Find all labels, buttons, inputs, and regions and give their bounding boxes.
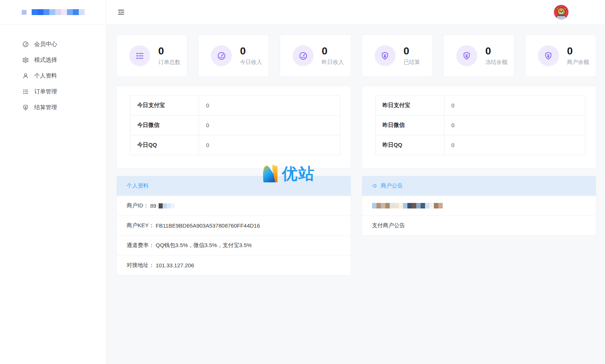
sidebar-menu: 会员中心 模式选择 个人资料 订单管理 结算管理 — [0, 25, 106, 115]
stat-card-merchant-balance: 0 商户余额 — [525, 35, 596, 77]
stat-label: 冻结余额 — [485, 59, 507, 66]
dashboard-content: 0 订单总数 0 今日收入 0 昨日收入 — [106, 25, 605, 364]
field-label: 商户KEY： — [127, 222, 154, 229]
merchant-id-redacted-pixels — [159, 203, 175, 208]
yesterday-stats-card: 昨日支付宝 0 昨日微信 0 昨日QQ 0 — [362, 86, 597, 168]
stat-label: 昨日收入 — [322, 59, 344, 66]
sidebar-item-mode-select[interactable]: 模式选择 — [0, 52, 106, 68]
stats-row: 0 订单总数 0 今日收入 0 昨日收入 — [116, 35, 596, 77]
field-label: 商户ID： — [127, 202, 149, 209]
main-area: 0 订单总数 0 今日收入 0 昨日收入 — [106, 0, 605, 364]
table-row: 今日QQ 0 — [130, 135, 340, 155]
stat-label: 商户余额 — [567, 59, 589, 66]
speaker-icon — [372, 183, 378, 189]
stat-card-today-income: 0 今日收入 — [198, 35, 269, 77]
table-row: 今日微信 0 — [130, 115, 340, 135]
field-label: 通道费率： — [127, 242, 154, 249]
sidebar-item-profile[interactable]: 个人资料 — [0, 68, 106, 84]
app-root: 会员中心 模式选择 个人资料 订单管理 结算管理 — [0, 0, 605, 364]
stat-label: 已结算 — [404, 59, 420, 66]
panel-title: 个人资料 — [127, 182, 149, 189]
sidebar-item-label: 会员中心 — [34, 40, 57, 48]
field-label: 对接地址： — [127, 262, 154, 269]
api-address-value: 101.33.127.206 — [156, 262, 194, 268]
panel-title: 商户公告 — [381, 182, 403, 189]
stat-card-yesterday-income: 0 昨日收入 — [280, 35, 351, 77]
sidebar-item-settlement[interactable]: 结算管理 — [0, 100, 106, 115]
sidebar-item-label: 结算管理 — [34, 104, 57, 111]
yesterday-stats-table: 昨日支付宝 0 昨日微信 0 昨日QQ 0 — [375, 95, 586, 155]
list-item: 商户KEY：FB11BE9BD65A903A537808760FF44D16 — [117, 215, 351, 235]
stat-value: 0 — [485, 46, 507, 56]
brand-logo — [0, 0, 106, 25]
list-item: 通道费率：QQ钱包3.5%，微信3.5%，支付宝3.5% — [117, 235, 351, 255]
gear-icon — [22, 57, 29, 64]
merchant-id-value: 89 — [150, 203, 156, 209]
fold-icon — [117, 8, 125, 16]
sidebar-collapse-button[interactable] — [117, 8, 125, 16]
stat-value: 0 — [567, 46, 589, 56]
merchant-key-value: FB11BE9BD65A903A537808760FF44D16 — [156, 222, 260, 229]
table-row: 昨日QQ 0 — [375, 135, 585, 155]
row-label: 昨日QQ — [375, 135, 444, 155]
row-value: 0 — [444, 96, 585, 115]
user-icon — [22, 72, 29, 79]
sidebar-item-member-center[interactable]: 会员中心 — [0, 36, 106, 52]
stat-value: 0 — [158, 46, 180, 56]
sidebar-item-label: 订单管理 — [34, 88, 57, 96]
channel-rate-value: QQ钱包3.5%，微信3.5%，支付宝3.5% — [156, 242, 252, 249]
row-value: 0 — [199, 115, 340, 135]
ordered-list-icon — [22, 88, 29, 95]
profile-panel: 个人资料 商户ID：89 商户KEY：FB11BE9BD65A903A53780… — [116, 176, 351, 275]
sidebar: 会员中心 模式选择 个人资料 订单管理 结算管理 — [0, 0, 106, 364]
row-label: 昨日支付宝 — [375, 96, 444, 115]
row-value: 0 — [199, 135, 340, 155]
stat-value: 0 — [240, 46, 262, 56]
row-value: 0 — [199, 96, 340, 115]
gauge-icon — [22, 41, 29, 48]
list-item: 商户ID：89 — [117, 196, 351, 215]
shield-yen-icon — [538, 45, 559, 66]
table-row: 昨日支付宝 0 — [375, 96, 585, 115]
notice-body: 支付商户公告 — [362, 215, 596, 235]
notice-redacted-line — [362, 196, 596, 215]
row-label: 今日QQ — [130, 135, 199, 155]
sidebar-item-label: 模式选择 — [34, 56, 57, 64]
today-stats-table: 今日支付宝 0 今日微信 0 今日QQ 0 — [130, 95, 340, 155]
panels-row: 个人资料 商户ID：89 商户KEY：FB11BE9BD65A903A53780… — [116, 176, 596, 275]
table-row: 昨日微信 0 — [375, 115, 585, 135]
row-label: 今日微信 — [130, 115, 199, 135]
bear-avatar-image — [554, 5, 569, 19]
sidebar-item-label: 个人资料 — [34, 72, 57, 80]
notice-panel-header: 商户公告 — [362, 176, 596, 196]
row-value: 0 — [444, 115, 585, 135]
notice-redacted-pixels — [372, 203, 443, 208]
row-value: 0 — [444, 135, 585, 155]
gauge-icon — [211, 45, 232, 66]
tables-row: 今日支付宝 0 今日微信 0 今日QQ 0 — [116, 86, 596, 168]
stat-value: 0 — [322, 46, 344, 56]
shield-yen-icon — [22, 104, 29, 111]
profile-panel-header: 个人资料 — [117, 176, 351, 196]
notice-panel: 商户公告 支付商户公告 — [362, 176, 597, 236]
shield-yen-icon — [456, 45, 477, 66]
topbar — [106, 0, 605, 25]
stat-value: 0 — [404, 46, 420, 56]
today-stats-card: 今日支付宝 0 今日微信 0 今日QQ 0 — [116, 86, 351, 168]
row-label: 今日支付宝 — [130, 96, 199, 115]
row-label: 昨日微信 — [375, 115, 444, 135]
list-item: 对接地址：101.33.127.206 — [117, 255, 351, 275]
gauge-icon — [293, 45, 314, 66]
stat-card-frozen-balance: 0 冻结余额 — [443, 35, 514, 77]
sidebar-item-orders[interactable]: 订单管理 — [0, 84, 106, 100]
stat-card-settled: 0 已结算 — [362, 35, 433, 77]
table-row: 今日支付宝 0 — [130, 96, 340, 115]
shield-yen-icon — [375, 45, 396, 66]
ordered-list-icon — [129, 45, 150, 66]
stat-label: 订单总数 — [158, 59, 180, 66]
stat-label: 今日收入 — [240, 59, 262, 66]
stat-card-total-orders: 0 订单总数 — [116, 35, 187, 77]
brand-logo-redacted-pixels — [22, 9, 85, 15]
avatar[interactable] — [554, 5, 569, 19]
